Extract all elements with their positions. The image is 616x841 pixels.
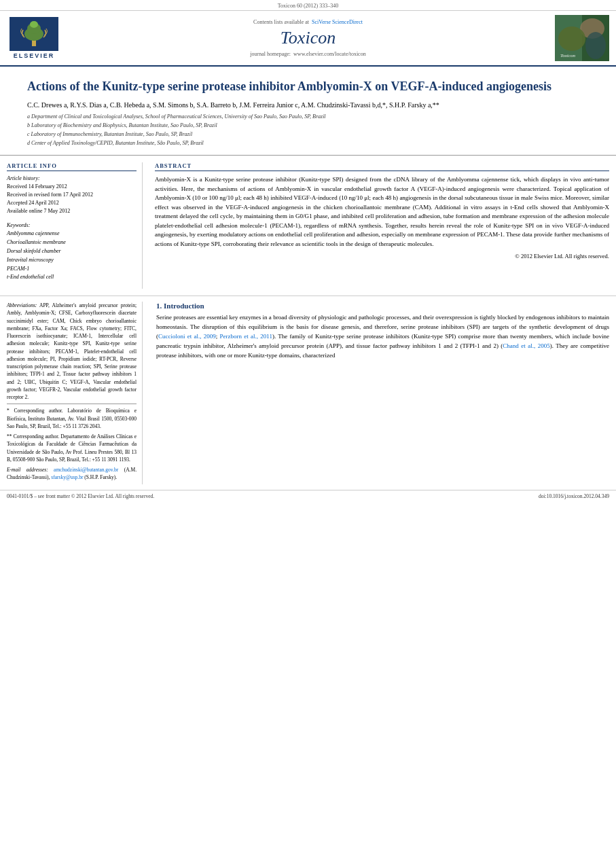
introduction-text: Serine proteases are essential key enzym… <box>156 313 609 361</box>
bottom-section: Abbreviations: APP, Alzheimer's amyloid … <box>0 296 616 490</box>
svg-text:Toxicon: Toxicon <box>560 53 575 58</box>
elsevier-logo: ELSEVIER <box>7 17 61 59</box>
footnote-corresponding1: * Corresponding author. Laboratório de B… <box>7 407 137 430</box>
footnote-divider <box>7 404 137 404</box>
cover-art-icon: Toxicon <box>555 15 609 61</box>
affiliation-c: c Laboratory of Immunochemistry, Butanta… <box>27 130 589 139</box>
article-history: Article history: Received 14 February 20… <box>7 175 137 215</box>
email-link-2[interactable]: sfarsky@usp.br <box>51 474 83 480</box>
ref-perzborn[interactable]: Perzborn et al., 2011 <box>220 333 272 340</box>
contents-line: Contents lists available at SciVerse Sci… <box>253 19 363 25</box>
ref-chand[interactable]: Chand et al., 2005 <box>503 342 549 349</box>
keyword-1: Amblyomma cajennense <box>7 230 137 238</box>
article-info-column: Article Info Article history: Received 1… <box>7 162 143 289</box>
introduction-column: 1. Introduction Serine proteases are ess… <box>152 302 609 484</box>
elsevier-tree-icon <box>14 20 54 48</box>
received-date: Received 14 February 2012 <box>7 183 137 191</box>
keywords-list: Amblyomma cajennense Chorioallantoic mem… <box>7 230 137 282</box>
revised-date: Received in revised form 17 April 2012 <box>7 191 137 199</box>
citation-header: Toxicon 60 (2012) 333–340 <box>0 0 616 11</box>
journal-center: Contents lists available at SciVerse Sci… <box>68 19 548 57</box>
accepted-date: Accepted 24 April 2012 <box>7 199 137 207</box>
affiliation-b: b Laboratory of Biochemistry and Biophys… <box>27 122 589 130</box>
keyword-6: t-End endothelial cell <box>7 273 137 282</box>
svg-point-3 <box>30 21 38 28</box>
journal-header: ELSEVIER Contents lists available at Sci… <box>0 11 616 67</box>
svg-point-8 <box>585 32 606 59</box>
page-bottom-bar: 0041-0101/$ – see front matter © 2012 El… <box>0 490 616 502</box>
email-link-1[interactable]: amchudzinski@butantan.gov.br <box>54 467 118 473</box>
article-title: Actions of the Kunitz-type serine protea… <box>27 79 589 94</box>
abstract-column: Abstract Amblyomin-X is a Kunitz-type se… <box>149 162 609 289</box>
affiliation-d: d Center of Applied Toxinology/CEPID, Bu… <box>27 139 589 147</box>
copyright-line: © 2012 Elsevier Ltd. All rights reserved… <box>155 253 609 260</box>
abstract-title: Abstract <box>155 162 609 171</box>
sciverse-link[interactable]: SciVerse ScienceDirect <box>312 19 363 25</box>
online-date: Available online 7 May 2012 <box>7 207 137 215</box>
affiliation-a: a Department of Clinical and Toxicologic… <box>27 113 589 121</box>
article-affiliations: a Department of Clinical and Toxicologic… <box>27 113 589 147</box>
footnote-corresponding2: ** Corresponding author. Departamento de… <box>7 433 137 463</box>
keywords-label: Keywords: <box>7 222 137 228</box>
history-label: Article history: <box>7 175 137 181</box>
keyword-5: PECAM-1 <box>7 265 137 274</box>
article-authors: C.C. Drewes a, R.Y.S. Dias a, C.B. Hebed… <box>27 101 589 109</box>
journal-homepage: journal homepage: www.elsevier.com/locat… <box>250 51 365 57</box>
logo-box <box>10 17 58 51</box>
keyword-3: Dorsal skinfold chamber <box>7 247 137 256</box>
doi-text: doi:10.1016/j.toxicon.2012.04.349 <box>539 493 609 499</box>
footnote-emails: E-mail addresses: amchudzinski@butantan.… <box>7 466 137 482</box>
abbreviations-text: Abbreviations: APP, Alzheimer's amyloid … <box>7 302 137 401</box>
homepage-url: www.elsevier.com/locate/toxicon <box>293 51 366 57</box>
article-title-section: Actions of the Kunitz-type serine protea… <box>0 67 616 156</box>
journal-cover-image: Toxicon <box>555 15 609 61</box>
keywords-group: Keywords: Amblyomma cajennense Chorioall… <box>7 222 137 282</box>
keyword-4: Intravital microscopy <box>7 256 137 265</box>
article-info-abstract: Article Info Article history: Received 1… <box>0 156 616 296</box>
ref-cuccioloni[interactable]: Cuccioloni et al., 2009 <box>158 333 216 340</box>
article-info-title: Article Info <box>7 162 137 171</box>
citation-text: Toxicon 60 (2012) 333–340 <box>278 3 338 9</box>
introduction-heading: 1. Introduction <box>156 302 609 310</box>
journal-title: Toxicon <box>280 28 336 48</box>
open-access-text: 0041-0101/$ – see front matter © 2012 El… <box>7 493 154 499</box>
abstract-text: Amblyomin-X is a Kunitz-type serine prot… <box>155 175 609 249</box>
elsevier-wordmark: ELSEVIER <box>14 52 55 59</box>
footnotes-column: Abbreviations: APP, Alzheimer's amyloid … <box>7 302 143 484</box>
keyword-2: Chorioallantoic membrane <box>7 238 137 247</box>
abbreviations-label: Abbreviations: <box>7 302 37 308</box>
svg-point-7 <box>558 26 585 51</box>
